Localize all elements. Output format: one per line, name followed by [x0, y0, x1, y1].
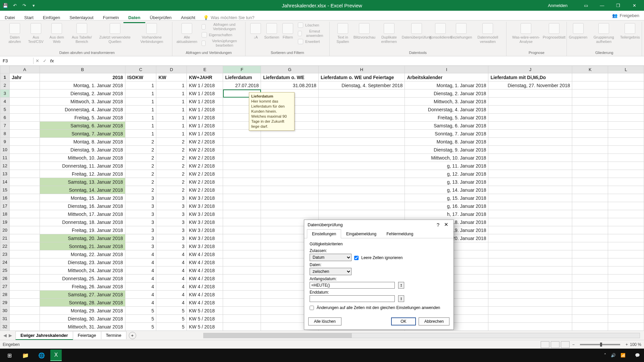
row-header[interactable]: 21: [0, 234, 10, 242]
row-header[interactable]: 19: [0, 218, 10, 226]
row-header[interactable]: 5: [0, 106, 10, 114]
view-page-break-icon[interactable]: [561, 341, 570, 348]
menu-tab-start[interactable]: Start: [19, 13, 38, 22]
row-header[interactable]: 7: [0, 122, 10, 130]
cell[interactable]: KW 1 / 2018: [187, 98, 223, 106]
cell[interactable]: 1: [156, 81, 187, 89]
cell[interactable]: [608, 138, 644, 146]
row-header[interactable]: 15: [0, 186, 10, 194]
ribbon-get-5[interactable]: Vorhandene Verbindungen: [134, 22, 169, 50]
cell[interactable]: 5: [156, 315, 187, 323]
cell[interactable]: [608, 323, 644, 331]
cell[interactable]: [608, 210, 644, 218]
cell[interactable]: 4: [156, 283, 187, 291]
cell[interactable]: [9, 218, 40, 226]
cell[interactable]: [572, 81, 608, 89]
cell[interactable]: Samstag, 27. Januar 2018: [40, 291, 125, 299]
cell[interactable]: [608, 266, 644, 275]
cell[interactable]: 3: [125, 226, 156, 234]
zoom-level[interactable]: 100 %: [630, 342, 641, 347]
cancel-button[interactable]: Abbrechen: [419, 317, 449, 325]
cell[interactable]: 2: [125, 170, 156, 178]
cell[interactable]: 1: [156, 89, 187, 98]
tray-chevron-icon[interactable]: ˄: [604, 353, 606, 358]
checkbox-ignore-blank[interactable]: Leere Zellen ignorieren: [354, 255, 402, 260]
cell[interactable]: 2: [156, 186, 187, 194]
ribbon-get-2[interactable]: Aus dem Web: [47, 22, 67, 50]
cell[interactable]: Dienstag, 4. September 2018: [318, 81, 405, 89]
cell[interactable]: [9, 307, 40, 315]
cell[interactable]: [488, 146, 572, 154]
cell[interactable]: 3: [125, 202, 156, 210]
fx-icon[interactable]: fx: [48, 58, 56, 63]
cell[interactable]: [261, 146, 319, 154]
cell[interactable]: KW 3 / 2018: [187, 242, 223, 250]
cell[interactable]: [572, 98, 608, 106]
cell[interactable]: Donnerstag, 4. Januar 2018: [405, 106, 488, 114]
cell[interactable]: KW 3 / 2018: [187, 234, 223, 242]
cell[interactable]: [608, 307, 644, 315]
select-all-corner[interactable]: [0, 66, 10, 73]
signin-link[interactable]: Anmelden: [548, 3, 568, 8]
cell[interactable]: 1: [125, 98, 156, 106]
cell[interactable]: [9, 210, 40, 218]
share-button[interactable]: 👥 Freigeben: [607, 11, 644, 20]
cell[interactable]: [488, 130, 572, 138]
cell[interactable]: Dienstag, 9. Januar 2018: [405, 146, 488, 154]
row-header[interactable]: 23: [0, 250, 10, 258]
range-picker-icon[interactable]: ↥: [398, 282, 404, 289]
cell[interactable]: [572, 89, 608, 98]
cell[interactable]: Arbeitskalender: [405, 73, 488, 81]
cell[interactable]: [9, 202, 40, 210]
cell[interactable]: KW 4 / 2018: [187, 291, 223, 299]
row-header[interactable]: 27: [0, 283, 10, 291]
cell[interactable]: [318, 98, 405, 106]
cell[interactable]: [318, 210, 405, 218]
row-header[interactable]: 16: [0, 194, 10, 202]
cell[interactable]: 3: [125, 210, 156, 218]
cell[interactable]: 3: [125, 234, 156, 242]
cell[interactable]: g, 12. Januar 2018: [405, 170, 488, 178]
cell[interactable]: [9, 194, 40, 202]
cell[interactable]: [608, 122, 644, 130]
cell[interactable]: [488, 250, 572, 258]
cell[interactable]: Samstag, 20. Januar 2018: [40, 234, 125, 242]
cell[interactable]: 1: [156, 114, 187, 122]
cell[interactable]: [318, 154, 405, 162]
cell[interactable]: [223, 258, 261, 266]
cell[interactable]: [572, 130, 608, 138]
cell[interactable]: [608, 242, 644, 250]
cell[interactable]: 4: [125, 283, 156, 291]
cell[interactable]: [9, 283, 40, 291]
cell[interactable]: Freitag, 19. Januar 2018: [40, 226, 125, 234]
cell[interactable]: [261, 162, 319, 170]
cell[interactable]: 1: [125, 122, 156, 130]
cell[interactable]: [572, 275, 608, 283]
cell[interactable]: 2: [125, 138, 156, 146]
cell[interactable]: [9, 275, 40, 283]
cell[interactable]: [572, 162, 608, 170]
cell[interactable]: 5: [156, 307, 187, 315]
cell[interactable]: 3: [156, 202, 187, 210]
cell[interactable]: Freitag, 26. Januar 2018: [40, 283, 125, 291]
ribbon-outline-1[interactable]: Gruppierung aufheben: [588, 22, 620, 50]
cell[interactable]: 4: [125, 258, 156, 266]
cell[interactable]: 3: [156, 242, 187, 250]
cell[interactable]: Samstag, 6. Januar 2018: [405, 122, 488, 130]
col-header-H[interactable]: H: [318, 66, 405, 73]
cell[interactable]: KW 5 / 2018: [187, 323, 223, 331]
cell[interactable]: [223, 234, 261, 242]
cell[interactable]: [572, 210, 608, 218]
cell[interactable]: Dienstag, 2. Januar 2018: [405, 89, 488, 98]
row-header[interactable]: 3: [0, 89, 10, 98]
cell[interactable]: [9, 178, 40, 186]
cell[interactable]: [318, 130, 405, 138]
start-button[interactable]: ⊞: [2, 350, 17, 361]
cell[interactable]: [572, 194, 608, 202]
cell[interactable]: [608, 218, 644, 226]
maximize-icon[interactable]: ❐: [610, 0, 626, 10]
cell[interactable]: 1: [156, 106, 187, 114]
cell[interactable]: Samstag, 13. Januar 2018: [40, 178, 125, 186]
row-header[interactable]: 4: [0, 98, 10, 106]
cell[interactable]: KW 2 / 2018: [187, 138, 223, 146]
